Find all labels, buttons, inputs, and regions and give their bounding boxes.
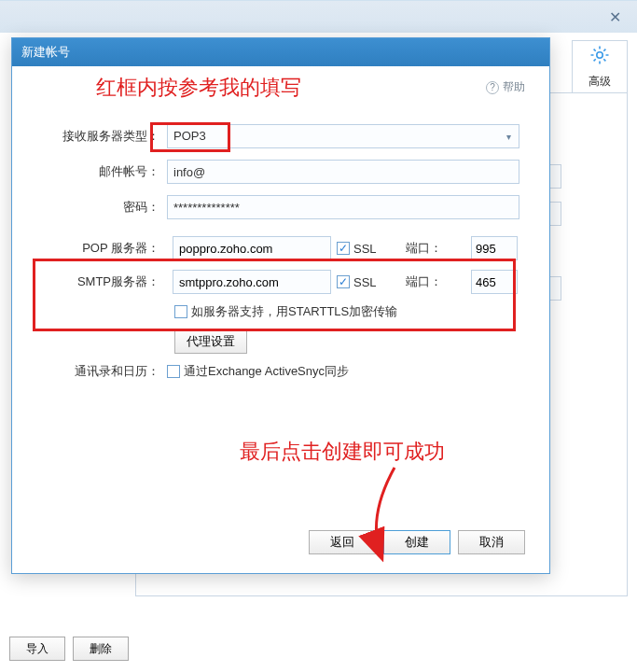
pop-ssl-checkbox[interactable]: SSL [337,242,400,256]
dialog-title: 新建帐号 [21,44,70,61]
label-contacts-calendar: 通讯录和日历： [36,363,167,380]
ssl-label: SSL [353,242,377,256]
back-button[interactable]: 返回 [309,530,376,554]
pop-server-input[interactable] [173,236,331,260]
label-pop-port: 端口： [406,240,465,257]
tab-advanced-label: 高级 [589,74,611,90]
help-label: 帮助 [503,79,525,95]
label-server-type: 接收服务器类型： [36,128,167,145]
server-type-value: POP3 [173,129,206,143]
exchange-sync-checkbox[interactable]: 通过Exchange ActiveSnyc同步 [167,363,349,380]
ssl-label: SSL [353,275,377,289]
label-smtp-server: SMTP服务器： [36,273,167,290]
label-smtp-port: 端口： [406,273,465,290]
proxy-settings-button[interactable]: 代理设置 [174,329,247,354]
checkbox-icon [337,242,350,255]
label-pop-server: POP 服务器： [36,240,167,257]
label-mail-account: 邮件帐号： [36,163,167,180]
annotation-top: 红框内按参考我的填写 [96,74,301,102]
pop-port-input[interactable] [471,236,518,260]
mail-account-input[interactable] [167,160,519,184]
parent-titlebar: ✕ [0,1,637,33]
help-icon: ? [486,81,499,94]
password-input[interactable] [167,195,519,219]
parent-close-button[interactable]: ✕ [592,1,637,33]
smtp-port-input[interactable] [471,270,518,294]
create-button[interactable]: 创建 [383,530,450,554]
gear-icon [589,44,611,72]
smtp-ssl-checkbox[interactable]: SSL [337,275,400,289]
label-password: 密码： [36,199,167,216]
delete-button[interactable]: 删除 [73,637,129,661]
cancel-button[interactable]: 取消 [458,530,525,554]
close-icon: ✕ [609,8,621,26]
help-link[interactable]: ? 帮助 [486,79,525,95]
checkbox-icon [337,275,350,288]
checkbox-icon [167,365,180,378]
checkbox-icon [174,305,187,318]
smtp-server-input[interactable] [173,270,331,294]
chevron-down-icon: ▾ [498,125,519,147]
starttls-checkbox[interactable]: 如服务器支持，用STARTTLS加密传输 [174,303,397,320]
exchange-sync-label: 通过Exchange ActiveSnyc同步 [184,363,349,380]
annotation-bottom: 最后点击创建即可成功 [240,438,445,466]
svg-point-0 [597,52,602,58]
starttls-label: 如服务器支持，用STARTTLS加密传输 [191,303,397,320]
dialog-titlebar: 新建帐号 [12,38,549,66]
import-button[interactable]: 导入 [9,637,65,661]
server-type-select[interactable]: POP3 ▾ [167,124,519,148]
arrow-icon [320,462,432,574]
new-account-dialog: 新建帐号 ? 帮助 红框内按参考我的填写 接收服务器类型： POP3 ▾ 邮件帐… [11,37,550,574]
tab-advanced[interactable]: 高级 [572,40,628,92]
